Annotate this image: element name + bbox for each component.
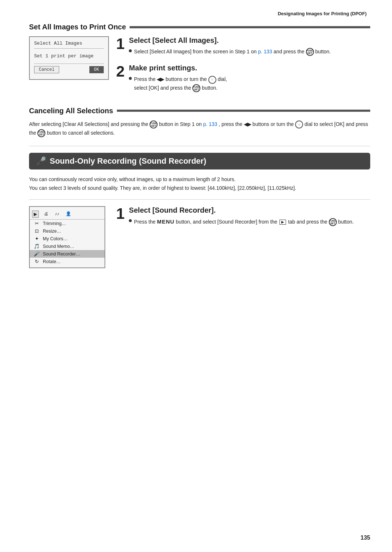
bullet-dot bbox=[129, 49, 132, 52]
menu-text: MENU bbox=[157, 218, 174, 225]
sound-step-1-bullet: Press the MENU button, and select [Sound… bbox=[129, 217, 354, 226]
soundrecorder-icon: 🎤 bbox=[33, 251, 40, 257]
sound-step-1-content: Select [Sound Recorder]. Press the MENU … bbox=[129, 206, 354, 228]
sound-step-1-number: 1 bbox=[116, 206, 124, 221]
step-1-wrapper: 1 Select [Select All Images]. Select [Se… bbox=[116, 36, 370, 58]
mycolors-icon: ✦ bbox=[33, 236, 40, 241]
mycolors-label: My Colors… bbox=[43, 236, 68, 241]
sound-menu-panel: ▶ 🖨 ♪♪ 👤 ✂ Trimming… ⊡ Resize… ✦ My Colo… bbox=[29, 206, 109, 268]
canceling-section-header: Canceling All Selections bbox=[29, 107, 370, 115]
sound-recorder-section-header: 🎤 Sound-Only Recording (Sound Recorder) bbox=[29, 153, 370, 169]
menu-tabs: ▶ 🖨 ♪♪ 👤 bbox=[30, 209, 105, 220]
step-2-number: 2 bbox=[116, 64, 124, 79]
sound-recorder-title: Sound-Only Recording (Sound Recorder) bbox=[50, 156, 206, 166]
menu-row-soundrecorder: 🎤 Sound Recorder… bbox=[30, 250, 105, 258]
soundmemo-label: Sound Memo… bbox=[43, 244, 74, 249]
menu-row-rotate: ↻ Rotate… bbox=[30, 258, 105, 265]
rotate-icon: ↻ bbox=[33, 259, 40, 264]
canceling-body: After selecting [Clear All Selections] a… bbox=[29, 120, 370, 138]
menu-tab-user: 👤 bbox=[64, 210, 73, 218]
sound-step-1-bullet-text: Press the MENU button, and select [Sound… bbox=[134, 217, 354, 226]
sound-step-1-body: Press the MENU button, and select [Sound… bbox=[129, 217, 354, 226]
sound-recorder-content: ▶ 🖨 ♪♪ 👤 ✂ Trimming… ⊡ Resize… ✦ My Colo… bbox=[29, 206, 370, 268]
step-1-bullet: Select [Select All Images] from the scre… bbox=[129, 48, 331, 56]
menu-row-mycolors: ✦ My Colors… bbox=[30, 235, 105, 242]
set-all-images-title: Set All Images to Print Once bbox=[29, 23, 126, 31]
resize-icon: ⊡ bbox=[33, 228, 40, 234]
step-1-number: 1 bbox=[116, 36, 124, 52]
step-2-body: Press the ◀▶ buttons or turn the ○ dial,… bbox=[129, 75, 227, 92]
step-2-heading: Make print settings. bbox=[129, 64, 227, 72]
divider-2 bbox=[29, 199, 370, 200]
step-2-bullet-text: Press the ◀▶ buttons or turn the ○ dial,… bbox=[134, 75, 227, 92]
play-tab-icon: ▶ bbox=[279, 220, 286, 225]
step-1-body: Select [Select All Images] from the scre… bbox=[129, 48, 331, 56]
canceling-title: Canceling All Selections bbox=[29, 107, 113, 115]
sound-desc-1: You can continuously record voice only, … bbox=[29, 175, 370, 193]
trimming-icon: ✂ bbox=[33, 221, 40, 226]
func-set-icon-2: FUNCSET bbox=[192, 84, 200, 92]
header-title: Designating Images for Printing (DPOF) bbox=[278, 11, 367, 16]
sound-desc-para-1: You can continuously record voice only, … bbox=[29, 175, 370, 184]
sound-step-panel: 1 Select [Sound Recorder]. Press the MEN… bbox=[116, 206, 370, 268]
dial-icon-1: ○ bbox=[208, 76, 216, 84]
menu-mockup: ▶ 🖨 ♪♪ 👤 ✂ Trimming… ⊡ Resize… ✦ My Colo… bbox=[29, 206, 105, 268]
screen-title: Select All Images bbox=[34, 41, 104, 49]
mic-icon: 🎤 bbox=[36, 156, 46, 166]
screen-mockup: Select All Images Set 1 print per image … bbox=[29, 36, 109, 80]
rotate-label: Rotate… bbox=[43, 259, 61, 264]
step-1-heading: Select [Select All Images]. bbox=[129, 36, 331, 45]
func-set-icon-5: FUNCSET bbox=[329, 218, 337, 226]
trimming-label: Trimming… bbox=[43, 221, 66, 226]
screen-mockup-panel: Select All Images Set 1 print per image … bbox=[29, 36, 109, 100]
menu-tab-music: ♪♪ bbox=[53, 210, 61, 218]
page-number: 135 bbox=[360, 535, 370, 541]
sound-step-1-heading: Select [Sound Recorder]. bbox=[129, 206, 354, 214]
step-1-link: p. 133 bbox=[258, 49, 272, 54]
step-2-content: Make print settings. Press the ◀▶ button… bbox=[129, 64, 227, 94]
bullet-dot-2 bbox=[129, 77, 132, 80]
menu-tab-play: ▶ bbox=[32, 210, 39, 218]
set-all-images-section-header: Set All Images to Print Once bbox=[29, 23, 370, 31]
cancel-btn-label: Cancel bbox=[34, 66, 59, 73]
page-header: Designating Images for Printing (DPOF) bbox=[29, 11, 370, 16]
menu-row-trimming: ✂ Trimming… bbox=[30, 220, 105, 227]
lr-arrows-2: ◀▶ bbox=[244, 122, 251, 127]
step-1-bullet-text: Select [Select All Images] from the scre… bbox=[134, 48, 331, 56]
screen-buttons: Cancel OK bbox=[34, 64, 104, 73]
menu-row-soundmemo: 🎵 Sound Memo… bbox=[30, 242, 105, 250]
sound-step-1-wrapper: 1 Select [Sound Recorder]. Press the MEN… bbox=[116, 206, 370, 228]
menu-row-resize: ⊡ Resize… bbox=[30, 227, 105, 235]
title-bar-line bbox=[130, 26, 370, 28]
menu-tab-print: 🖨 bbox=[42, 210, 50, 218]
divider-1 bbox=[29, 146, 370, 146]
canceling-section: Canceling All Selections After selecting… bbox=[29, 107, 370, 138]
step-2-bullet: Press the ◀▶ buttons or turn the ○ dial,… bbox=[129, 75, 227, 92]
sound-desc-para-2: You can select 3 levels of sound quality… bbox=[29, 184, 370, 193]
ok-btn-label: OK bbox=[89, 66, 104, 73]
set-all-images-content: Select All Images Set 1 print per image … bbox=[29, 36, 370, 100]
step-1: 1 Select [Select All Images]. Select [Se… bbox=[116, 36, 370, 58]
resize-label: Resize… bbox=[43, 229, 61, 234]
func-set-icon-4: FUNCSET bbox=[37, 129, 45, 137]
func-set-icon-3: FUNCSET bbox=[150, 120, 158, 128]
step-2: 2 Make print settings. Press the ◀▶ butt… bbox=[116, 64, 370, 94]
lr-arrows-1: ◀▶ bbox=[157, 77, 164, 82]
step-2-wrapper: 2 Make print settings. Press the ◀▶ butt… bbox=[116, 64, 370, 94]
soundmemo-icon: 🎵 bbox=[33, 244, 40, 249]
bullet-dot-3 bbox=[129, 219, 132, 222]
step-1-content: Select [Select All Images]. Select [Sele… bbox=[129, 36, 331, 58]
canceling-link: p. 133 bbox=[203, 121, 217, 127]
func-set-icon-1: FUNCSET bbox=[306, 48, 314, 56]
steps-panel: 1 Select [Select All Images]. Select [Se… bbox=[116, 36, 370, 100]
soundrecorder-label: Sound Recorder… bbox=[43, 252, 81, 257]
canceling-title-line bbox=[117, 110, 370, 112]
screen-subtitle: Set 1 print per image bbox=[34, 52, 104, 60]
dial-icon-2: ○ bbox=[295, 120, 303, 128]
